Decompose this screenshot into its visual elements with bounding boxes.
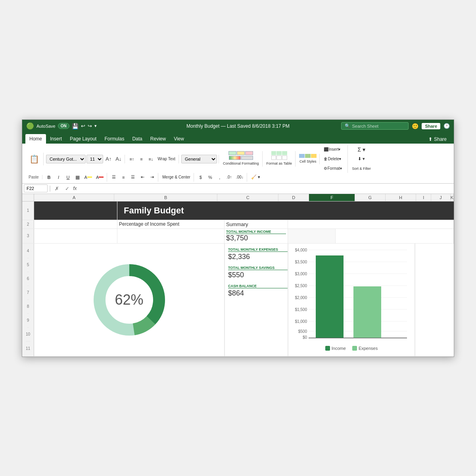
save-icon[interactable]: 💾 [72,123,79,129]
font-color-button[interactable]: A [94,173,105,182]
share-button[interactable]: Share [422,123,440,129]
percent-button[interactable]: % [206,173,215,182]
number-format-select[interactable]: General [181,155,217,163]
income-value: $3,750 [226,234,248,242]
increase-font-button[interactable]: A↑ [104,155,113,163]
formula-input[interactable] [79,186,453,191]
excel-icon: 🟢 [26,122,34,130]
confirm-formula-button[interactable]: ✓ [63,184,71,193]
font-size-select[interactable]: 11 [86,155,103,163]
share-area[interactable]: ⬆Share [424,135,451,144]
cell-2-c[interactable]: Summary [225,220,288,228]
col-header-b[interactable]: B [114,194,217,201]
paste-button[interactable]: 📋 [28,153,41,165]
cancel-formula-button[interactable]: ✗ [52,184,61,193]
excel-window: 🟢 AutoSave ON 💾 ↩ ↪ ▾ Monthly Budget — L… [22,119,454,357]
tab-formulas[interactable]: Formulas [100,134,128,144]
font-family-select[interactable]: Century Got... [46,155,86,163]
increase-indent-button[interactable]: ⇥ [148,173,156,182]
undo-icon[interactable]: ↩ [81,123,85,129]
align-right-button[interactable]: ☰ [129,173,137,182]
search-box[interactable]: 🔍 [341,122,409,130]
conditional-formatting-button[interactable]: Conditional Formatting [221,161,261,167]
cell-3-b[interactable] [117,229,225,243]
tab-insert[interactable]: Insert [46,134,66,144]
redo-icon[interactable]: ↪ [88,123,92,129]
cell-styles-button[interactable]: Cell Styles [298,159,318,164]
autosave-toggle[interactable]: ON [58,123,69,129]
percentage-label: Percentage of Income Spent [119,221,179,227]
border-button[interactable]: ▦ [73,173,82,182]
file-title: Monthly Budget — Last Saved 8/6/2018 3:1… [186,123,290,129]
cell-1-b[interactable]: Family Budget [117,202,403,220]
search-input[interactable] [352,124,407,129]
cell-2-rest[interactable] [288,220,454,228]
svg-text:$0: $0 [303,335,307,340]
cell-3-chart[interactable] [288,229,336,243]
decrease-font-button[interactable]: A↓ [114,155,123,163]
bar-chart-cell[interactable]: $4,000 $3,500 $3,000 $2,500 $2,000 $1,50… [288,244,415,356]
cell-2-b[interactable]: Percentage of Income Spent [117,220,225,228]
cell-2-a[interactable] [34,220,117,228]
col-header-a[interactable]: A [34,194,114,201]
delete-button[interactable]: 🗑 Delete ▾ [322,155,346,163]
col-header-d[interactable]: D [278,194,309,201]
col-header-h[interactable]: I [416,194,432,201]
tab-home[interactable]: Home [25,134,46,144]
col-header-g[interactable]: H [386,194,416,201]
cell-3-rest[interactable] [336,229,454,243]
align-top-button[interactable]: ≡↑ [127,155,136,163]
summary-cell[interactable]: TOTAL MONTHLY EXPENSES $2,336 TOTAL MONT… [225,244,288,356]
col-header-f[interactable]: G [355,194,386,201]
tab-data[interactable]: Data [128,134,146,144]
merge-center-button[interactable]: Merge & Center [161,173,192,182]
align-left-button[interactable]: ☰ [109,173,118,182]
customize-icon[interactable]: ▾ [94,123,97,129]
grid-row-3: 3 TOTAL MONTHLY INCOME $3,750 [22,229,454,244]
ribbon-toolbar-row2: Paste B I U ▦ A A ☰ ≡ ☰ ⇤ ⇥ Merge & Cent… [22,173,454,184]
format-button[interactable]: ⚙ Format ▾ [322,164,346,173]
title-bar-left: 🟢 AutoSave ON 💾 ↩ ↪ ▾ [26,122,97,130]
dollar-button[interactable]: $ [196,173,205,182]
fill-color-button[interactable]: A [83,173,94,182]
tab-view[interactable]: View [170,134,188,144]
col-header-j[interactable]: K [451,194,454,201]
dec-increase-button[interactable]: .0↑ [225,173,234,182]
decrease-indent-button[interactable]: ⇤ [138,173,147,182]
sum-button[interactable]: Σ ▾ [356,145,367,154]
tab-review[interactable]: Review [146,134,170,144]
format-table-group: Format as Table [263,151,296,167]
underline-button[interactable]: U [64,173,73,182]
donut-chart-cell[interactable]: 62% [34,244,225,356]
fx-label: fx [73,186,77,191]
comma-button[interactable]: , [215,173,224,182]
dec-decrease-button[interactable]: .00↓ [234,173,245,182]
align-bottom-button[interactable]: ≡↓ [146,155,155,163]
row-num-content: 4 5 6 7 8 9 10 11 [22,244,34,356]
tab-page-layout[interactable]: Page Layout [66,134,100,144]
summary-item-balance: CASH BALANCE $864 [228,284,288,298]
align-center-button[interactable]: ≡ [119,173,128,182]
format-as-table-button[interactable]: Format as Table [265,161,294,167]
bold-button[interactable]: B [45,173,54,182]
cell-reference-box[interactable]: F22 [24,184,48,192]
insert-button[interactable]: ⬛ Insert ▾ [322,145,346,154]
history-icon[interactable]: 🕐 [443,123,450,129]
svg-text:$2,500: $2,500 [295,284,307,288]
italic-button[interactable]: I [54,173,63,182]
cell-1-a[interactable] [34,202,117,220]
col-header-i[interactable]: J [431,194,450,201]
wrap-text-button[interactable]: Wrap Text [156,155,177,163]
col-header-e[interactable]: F [309,194,355,201]
col-header-c[interactable]: C [217,194,278,201]
fill-button[interactable]: ⬇ ▾ [356,155,367,163]
number-format-group: $ % , .0↑ .00↓ [195,173,247,182]
smiley-icon[interactable]: 🙂 [412,123,418,129]
align-middle-button[interactable]: ≡ [137,155,146,163]
sort-filter-button[interactable]: Sort & Filter [350,164,372,173]
income-bar [316,255,344,338]
clear-button[interactable]: 🧹 ▾ [250,173,262,182]
cell-3-c[interactable]: TOTAL MONTHLY INCOME $3,750 [225,229,288,243]
expenses-bar [353,286,381,338]
cell-3-a[interactable] [34,229,117,243]
